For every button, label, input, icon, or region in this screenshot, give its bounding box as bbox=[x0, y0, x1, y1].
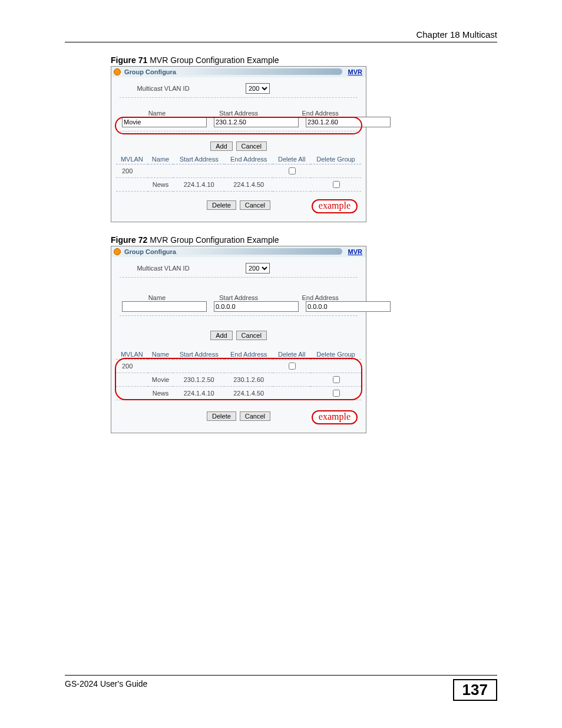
cancel-button-2[interactable]: Cancel bbox=[240, 200, 270, 210]
col-start-header: Start Address bbox=[198, 294, 280, 301]
delete-all-checkbox[interactable] bbox=[289, 167, 296, 174]
figure-71-title: MVR Group Configuration Example bbox=[147, 55, 279, 65]
figure-71-number: Figure 71 bbox=[111, 55, 147, 65]
cell-start: 224.1.4.10 bbox=[173, 178, 224, 192]
table-row: News 224.1.4.10 224.1.4.50 bbox=[116, 178, 361, 192]
cell-mvlan: 200 bbox=[116, 360, 148, 373]
table-row: 200 bbox=[116, 164, 361, 178]
mvr-link[interactable]: MVR bbox=[348, 248, 366, 255]
cell-start: 224.1.4.10 bbox=[173, 387, 224, 400]
cell-mvlan: 200 bbox=[116, 164, 148, 178]
th-end: End Address bbox=[224, 154, 273, 164]
col-start-header: Start Address bbox=[198, 110, 280, 117]
th-mvlan: MVLAN bbox=[116, 154, 148, 164]
th-delete-group: Delete Group bbox=[310, 154, 361, 164]
th-start: Start Address bbox=[173, 154, 224, 164]
figure-71-caption: Figure 71 MVR Group Configuration Exampl… bbox=[111, 55, 497, 65]
end-address-input[interactable] bbox=[306, 301, 391, 312]
cell-end: 224.1.4.50 bbox=[224, 387, 273, 400]
th-end: End Address bbox=[224, 350, 273, 360]
th-name: Name bbox=[148, 350, 174, 360]
start-address-input[interactable] bbox=[214, 301, 299, 312]
delete-group-checkbox[interactable] bbox=[333, 390, 340, 397]
multicast-vlan-id-label: Multicast VLAN ID bbox=[116, 265, 210, 272]
col-end-header: End Address bbox=[279, 294, 361, 301]
add-button[interactable]: Add bbox=[210, 331, 233, 340]
cell-name: Movie bbox=[148, 373, 174, 387]
cell-name: News bbox=[148, 178, 174, 192]
cell-end: 230.1.2.60 bbox=[224, 373, 273, 387]
th-mvlan: MVLAN bbox=[116, 350, 148, 360]
cancel-button-2[interactable]: Cancel bbox=[240, 411, 270, 421]
title-gradient bbox=[176, 68, 342, 75]
example-badge: example bbox=[312, 199, 358, 213]
delete-button[interactable]: Delete bbox=[207, 411, 236, 421]
th-delete-group: Delete Group bbox=[310, 350, 361, 360]
group-table: MVLAN Name Start Address End Address Del… bbox=[116, 350, 361, 400]
multicast-vlan-id-select[interactable]: 200 bbox=[246, 83, 270, 94]
title-gradient bbox=[176, 248, 342, 255]
footer-guide: GS-2024 User's Guide bbox=[65, 679, 147, 689]
example-badge: example bbox=[312, 410, 358, 424]
figure-72-panel: Group Configuration MVR Multicast VLAN I… bbox=[111, 246, 366, 433]
th-delete-all: Delete All bbox=[273, 154, 310, 164]
name-input[interactable] bbox=[122, 117, 207, 127]
figure-72-number: Figure 72 bbox=[111, 235, 147, 245]
delete-button[interactable]: Delete bbox=[207, 200, 236, 210]
cancel-button[interactable]: Cancel bbox=[236, 331, 267, 340]
cancel-button[interactable]: Cancel bbox=[236, 141, 267, 151]
figure-71-panel: Group Configuration MVR Multicast VLAN I… bbox=[111, 66, 366, 222]
table-row: Movie 230.1.2.50 230.1.2.60 bbox=[116, 373, 361, 387]
figure-72-caption: Figure 72 MVR Group Configuration Exampl… bbox=[111, 235, 497, 245]
group-table: MVLAN Name Start Address End Address Del… bbox=[116, 154, 361, 192]
add-button[interactable]: Add bbox=[210, 141, 233, 151]
start-address-input[interactable] bbox=[214, 117, 299, 127]
th-start: Start Address bbox=[173, 350, 224, 360]
col-name-header: Name bbox=[116, 294, 198, 301]
col-end-header: End Address bbox=[279, 110, 361, 117]
cell-name: News bbox=[148, 387, 174, 400]
delete-group-checkbox[interactable] bbox=[333, 181, 340, 188]
multicast-vlan-id-label: Multicast VLAN ID bbox=[116, 85, 210, 92]
page-number: 137 bbox=[453, 679, 497, 701]
multicast-vlan-id-select[interactable]: 200 bbox=[246, 263, 270, 274]
cell-end: 224.1.4.50 bbox=[224, 178, 273, 192]
mvr-link[interactable]: MVR bbox=[348, 68, 366, 75]
table-row: 200 bbox=[116, 360, 361, 373]
th-name: Name bbox=[148, 154, 174, 164]
col-name-header: Name bbox=[116, 110, 198, 117]
cell-start: 230.1.2.50 bbox=[173, 373, 224, 387]
name-input[interactable] bbox=[122, 301, 207, 312]
end-address-input[interactable] bbox=[306, 117, 391, 127]
figure-72-title: MVR Group Configuration Example bbox=[147, 235, 279, 245]
th-delete-all: Delete All bbox=[273, 350, 310, 360]
delete-group-checkbox[interactable] bbox=[333, 376, 340, 383]
delete-all-checkbox[interactable] bbox=[289, 363, 296, 370]
chapter-header: Chapter 18 Multicast bbox=[65, 29, 497, 42]
panel-bullet-icon bbox=[114, 68, 121, 75]
panel-bullet-icon bbox=[114, 248, 121, 255]
table-row: News 224.1.4.10 224.1.4.50 bbox=[116, 387, 361, 400]
